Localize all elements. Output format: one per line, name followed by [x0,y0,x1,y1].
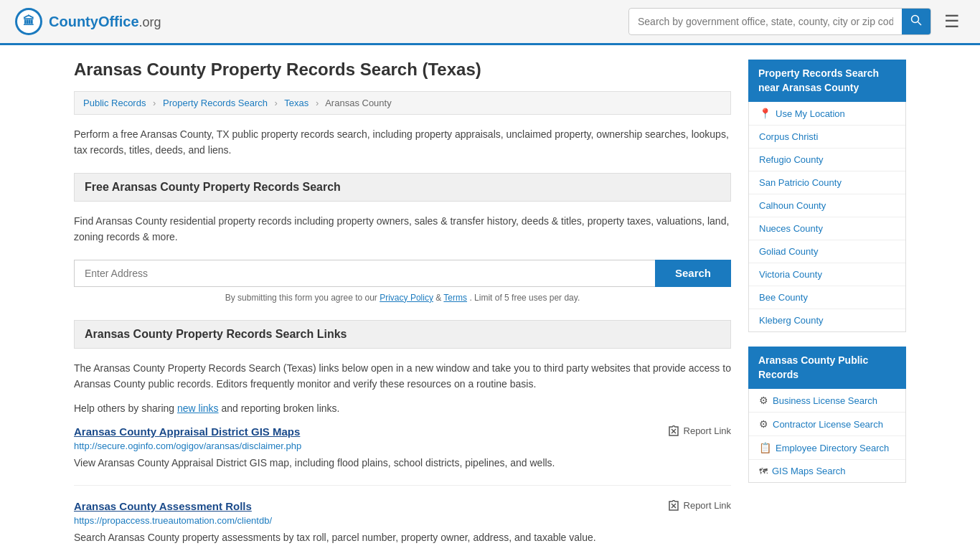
sidebar-item-goliad: Goliad County [749,240,905,263]
location-pin-icon: 📍 [759,108,771,119]
content-area: Aransas County Property Records Search (… [74,60,731,551]
links-help-text: Help others by sharing new links and rep… [74,400,731,416]
link-description-2: Search Aransas County property assessmen… [74,530,731,545]
address-input[interactable] [74,260,655,287]
sidebar-item-corpus-christi: Corpus Christi [749,126,905,149]
header-search-button[interactable] [902,9,930,34]
logo-area: 🏛 CountyOffice.org [14,7,161,36]
links-section-description: The Aransas County Property Records Sear… [74,360,731,392]
sidebar-nearby-section: Property Records Search near Aransas Cou… [748,60,906,332]
svg-line-4 [918,22,922,26]
gis-maps-search-link[interactable]: GIS Maps Search [772,466,846,476]
san-patricio-link[interactable]: San Patricio County [759,177,842,188]
corpus-christi-link[interactable]: Corpus Christi [759,131,818,142]
sidebar-item-contractor-license: ⚙ Contractor License Search [749,413,905,436]
form-disclaimer: By submitting this form you agree to our… [74,293,731,303]
header-right: ☰ [628,8,966,35]
free-search-description: Find Aransas County residential property… [74,213,731,245]
link-url-2[interactable]: https://propaccess.trueautomation.com/cl… [74,515,731,526]
report-link-button[interactable]: Report Link [668,425,731,437]
logo-icon: 🏛 [14,7,43,36]
link-url[interactable]: http://secure.oginfo.com/ogigov/aransas/… [74,441,731,451]
link-item-header: Aransas County Assessment Rolls Report L… [74,500,731,512]
svg-point-3 [912,16,919,23]
hamburger-menu-button[interactable]: ☰ [938,9,966,34]
map-icon: 🗺 [759,466,768,476]
sidebar-item-victoria: Victoria County [749,263,905,286]
report-icon-2 [668,500,679,512]
link-item-title[interactable]: Aransas County Appraisal District GIS Ma… [74,425,300,438]
link-item-header: Aransas County Appraisal District GIS Ma… [74,425,731,438]
links-section-heading: Aransas County Property Records Search L… [74,320,731,349]
employee-directory-search-link[interactable]: Employee Directory Search [776,443,889,453]
report-link-button-2[interactable]: Report Link [668,500,731,512]
bee-county-link[interactable]: Bee County [759,292,808,303]
breadcrumb-property-records-search[interactable]: Property Records Search [163,98,268,108]
link-item-title-2[interactable]: Aransas County Assessment Rolls [74,500,252,512]
link-item: Aransas County Assessment Rolls Report L… [74,500,731,551]
privacy-policy-link[interactable]: Privacy Policy [380,293,433,303]
sidebar-item-business-license: ⚙ Business License Search [749,389,905,413]
links-section: Aransas County Property Records Search L… [74,320,731,551]
sidebar-item-refugio: Refugio County [749,149,905,171]
calhoun-county-link[interactable]: Calhoun County [759,200,826,211]
use-my-location-link[interactable]: Use My Location [776,108,845,119]
sidebar-item-employee-directory: 📋 Employee Directory Search [749,436,905,460]
main-description: Perform a free Aransas County, TX public… [74,126,731,159]
new-links-link[interactable]: new links [177,402,219,414]
sidebar-item-nueces: Nueces County [749,217,905,240]
gear-icon: ⚙ [759,395,768,406]
page-title: Aransas County Property Records Search (… [74,60,731,80]
sidebar-public-records-list: ⚙ Business License Search ⚙ Contractor L… [748,389,906,483]
free-search-section: Free Aransas County Property Records Sea… [74,173,731,303]
contractor-license-search-link[interactable]: Contractor License Search [773,419,883,430]
sidebar-item-san-patricio: San Patricio County [749,171,905,194]
site-header: 🏛 CountyOffice.org ☰ [0,0,980,45]
sidebar-public-records-section: Aransas County Public Records ⚙ Business… [748,347,906,483]
nueces-county-link[interactable]: Nueces County [759,223,823,234]
sidebar-nearby-title: Property Records Search near Aransas Cou… [748,60,906,102]
sidebar-item-calhoun: Calhoun County [749,194,905,217]
sidebar-item-gis-maps: 🗺 GIS Maps Search [749,460,905,482]
terms-link[interactable]: Terms [443,293,467,303]
header-search-container [628,8,931,35]
breadcrumb-public-records[interactable]: Public Records [83,98,146,108]
breadcrumb-texas[interactable]: Texas [284,98,308,108]
refugio-county-link[interactable]: Refugio County [759,154,824,165]
breadcrumb: Public Records › Property Records Search… [74,91,731,115]
link-item: Aransas County Appraisal District GIS Ma… [74,425,731,486]
logo-text: CountyOffice.org [49,14,161,30]
sidebar-item-bee: Bee County [749,286,905,309]
address-search-row: Search [74,260,731,287]
main-container: Aransas County Property Records Search (… [60,45,920,551]
victoria-county-link[interactable]: Victoria County [759,269,822,280]
header-search-input[interactable] [629,10,902,33]
svg-text:🏛: 🏛 [23,14,34,27]
kleberg-county-link[interactable]: Kleberg County [759,315,824,326]
book-icon: 📋 [759,442,771,453]
report-icon [668,425,679,437]
gear-icon-2: ⚙ [759,418,768,430]
use-location-item: 📍 Use My Location [749,102,905,126]
sidebar-nearby-list: 📍 Use My Location Corpus Christi Refugio… [748,102,906,332]
link-description: View Aransas County Appraisal District G… [74,456,731,471]
free-search-heading: Free Aransas County Property Records Sea… [74,173,731,202]
sidebar-item-kleberg: Kleberg County [749,309,905,331]
business-license-search-link[interactable]: Business License Search [773,395,877,406]
goliad-county-link[interactable]: Goliad County [759,246,818,257]
address-search-button[interactable]: Search [655,260,731,287]
breadcrumb-aransas-county: Aransas County [325,98,392,108]
sidebar: Property Records Search near Aransas Cou… [748,60,906,551]
sidebar-public-records-title: Aransas County Public Records [748,347,906,389]
